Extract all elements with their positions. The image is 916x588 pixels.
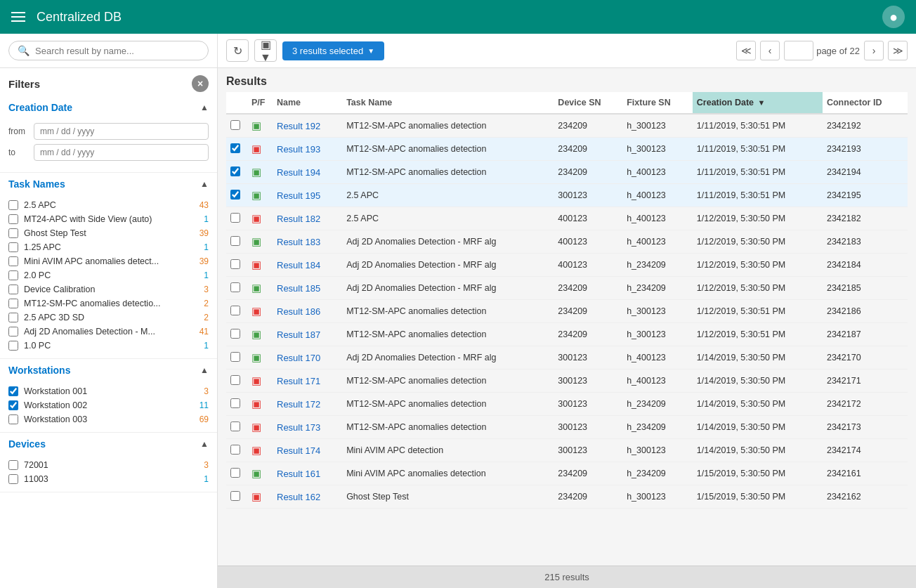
task-name-checkbox[interactable] xyxy=(8,313,18,322)
task-name-checkbox[interactable] xyxy=(8,214,18,224)
task-name-cell: MT12-SM-APC anomalies detection xyxy=(342,323,554,346)
workstations-filter-header[interactable]: Workstations ▲ xyxy=(0,359,217,381)
device-checkbox[interactable] xyxy=(8,474,18,484)
result-name-link[interactable]: Result 193 xyxy=(277,144,320,155)
pf-cell: ▣ xyxy=(247,161,273,184)
row-checkbox-cell xyxy=(226,114,247,138)
search-input[interactable] xyxy=(35,46,199,56)
row-checkbox[interactable] xyxy=(230,352,240,362)
workstation-checkbox[interactable] xyxy=(8,400,18,410)
connector-id-cell: 2342195 xyxy=(823,184,908,207)
filter-item: Mini AVIM APC anomalies detect... 39 xyxy=(8,254,209,268)
task-name-count: 1 xyxy=(204,214,209,224)
result-name-link[interactable]: Result 194 xyxy=(277,167,320,178)
col-header-creation-date[interactable]: Creation Date ▼ xyxy=(693,92,823,114)
devices-filter-header[interactable]: Devices ▲ xyxy=(0,433,217,455)
result-name-link[interactable]: Result 187 xyxy=(277,329,320,340)
result-name-link[interactable]: Result 161 xyxy=(277,469,320,479)
row-checkbox[interactable] xyxy=(230,143,240,153)
task-names-filter-header[interactable]: Task Names ▲ xyxy=(0,173,217,195)
task-name-checkbox[interactable] xyxy=(8,242,18,252)
filter-item-left: MT12-SM-PC anomalies detectio... xyxy=(8,299,161,308)
row-checkbox[interactable] xyxy=(230,166,240,176)
col-header-task[interactable]: Task Name xyxy=(342,92,554,114)
row-checkbox[interactable] xyxy=(230,329,240,339)
filter-item: 1.0 PC 1 xyxy=(8,339,209,353)
result-name-link[interactable]: Result 192 xyxy=(277,121,320,131)
result-name-link[interactable]: Result 174 xyxy=(277,445,320,456)
view-toggle-button[interactable]: ▣ ▼ xyxy=(254,39,277,62)
row-checkbox[interactable] xyxy=(230,236,240,246)
task-name-checkbox[interactable] xyxy=(8,200,18,210)
row-checkbox[interactable] xyxy=(230,398,240,408)
refresh-button[interactable]: ↻ xyxy=(226,39,249,62)
row-checkbox[interactable] xyxy=(230,213,240,223)
task-name-label: 1.25 APC xyxy=(24,242,61,252)
result-name-link[interactable]: Result 171 xyxy=(277,376,320,386)
last-page-button[interactable]: ≫ xyxy=(888,41,908,60)
selected-results-button[interactable]: 3 results selected ▼ xyxy=(282,41,384,60)
status-text: 215 results xyxy=(544,572,589,582)
row-checkbox[interactable] xyxy=(230,282,240,292)
task-name-label: MT24-APC with Side View (auto) xyxy=(24,214,152,224)
prev-page-button[interactable]: ‹ xyxy=(760,41,780,60)
filter-item-left: Ghost Step Test xyxy=(8,228,86,238)
user-avatar-icon[interactable]: ● xyxy=(882,6,905,28)
row-checkbox[interactable] xyxy=(230,491,240,501)
task-name-cell: MT12-SM-APC anomalies detection xyxy=(342,114,554,138)
task-name-checkbox[interactable] xyxy=(8,270,18,280)
task-name-checkbox[interactable] xyxy=(8,327,18,337)
next-page-button[interactable]: › xyxy=(864,41,884,60)
result-name-link[interactable]: Result 162 xyxy=(277,492,320,502)
connector-id-cell: 2342173 xyxy=(823,416,908,439)
task-name-checkbox[interactable] xyxy=(8,256,18,266)
fixture-sn-cell: h_234209 xyxy=(622,277,693,300)
col-header-fixture-sn[interactable]: Fixture SN xyxy=(622,92,693,114)
row-checkbox[interactable] xyxy=(230,306,240,315)
first-page-button[interactable]: ≪ xyxy=(736,41,756,60)
clear-filters-button[interactable]: × xyxy=(192,75,209,92)
creation-date-filter-header[interactable]: Creation Date ▲ xyxy=(0,96,217,119)
result-name-link[interactable]: Result 184 xyxy=(277,260,320,270)
table-header-row: P/F Name Task Name Device SN Fixture SN … xyxy=(226,92,908,114)
result-name-cell: Result 186 xyxy=(273,300,342,323)
pf-cell: ▣ xyxy=(247,416,273,439)
task-name-checkbox[interactable] xyxy=(8,299,18,308)
result-name-link[interactable]: Result 195 xyxy=(277,190,320,201)
row-checkbox-cell xyxy=(226,300,247,323)
pf-cell: ▣ xyxy=(247,346,273,370)
device-checkbox[interactable] xyxy=(8,460,18,470)
search-input-wrap[interactable]: 🔍 xyxy=(8,41,209,60)
row-checkbox[interactable] xyxy=(230,190,240,200)
workstation-checkbox[interactable] xyxy=(8,414,18,424)
col-header-name[interactable]: Name xyxy=(273,92,342,114)
result-name-link[interactable]: Result 172 xyxy=(277,399,320,410)
date-from-input[interactable] xyxy=(34,123,209,140)
task-name-checkbox[interactable] xyxy=(8,228,18,238)
row-checkbox[interactable] xyxy=(230,259,240,269)
page-number-input[interactable]: 2 xyxy=(784,41,813,60)
row-checkbox[interactable] xyxy=(230,468,240,478)
row-checkbox[interactable] xyxy=(230,422,240,431)
col-header-connector-id[interactable]: Connector ID xyxy=(823,92,908,114)
col-header-device-sn[interactable]: Device SN xyxy=(554,92,622,114)
row-checkbox[interactable] xyxy=(230,375,240,385)
result-name-link[interactable]: Result 183 xyxy=(277,237,320,247)
result-name-link[interactable]: Result 182 xyxy=(277,214,320,224)
col-header-pf[interactable]: P/F xyxy=(247,92,273,114)
task-name-checkbox[interactable] xyxy=(8,285,18,294)
fixture-sn-cell: h_234209 xyxy=(622,462,693,485)
filter-item: MT12-SM-PC anomalies detectio... 2 xyxy=(8,296,209,311)
result-name-link[interactable]: Result 173 xyxy=(277,422,320,433)
workstation-checkbox[interactable] xyxy=(8,386,18,396)
row-checkbox[interactable] xyxy=(230,120,240,130)
result-name-link[interactable]: Result 186 xyxy=(277,306,320,317)
row-checkbox[interactable] xyxy=(230,445,240,455)
connector-id-cell: 2342174 xyxy=(823,439,908,462)
task-name-checkbox[interactable] xyxy=(8,341,18,351)
result-name-link[interactable]: Result 185 xyxy=(277,283,320,294)
hamburger-icon[interactable] xyxy=(11,12,25,22)
date-to-input[interactable] xyxy=(34,144,209,161)
task-name-cell: Adj 2D Anomalies Detection - MRF alg xyxy=(342,277,554,300)
result-name-link[interactable]: Result 170 xyxy=(277,353,320,363)
